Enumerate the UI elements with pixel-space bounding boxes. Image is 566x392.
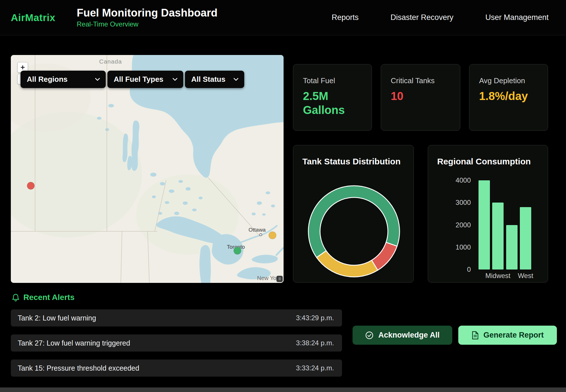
alert-timestamp: 3:33:24 p.m.	[296, 364, 334, 372]
alert-row[interactable]: Tank 27: Low fuel warning triggered 3:38…	[11, 334, 342, 352]
map-resize-handle[interactable]: ⠿	[276, 276, 283, 282]
acknowledge-all-label: Acknowledge All	[378, 331, 439, 340]
total-fuel-label: Total Fuel	[303, 76, 362, 85]
chevron-down-icon	[233, 78, 239, 81]
chevron-down-icon	[95, 78, 100, 81]
consumption-bar[interactable]	[520, 207, 531, 270]
alert-message: Tank 2: Low fuel warning	[18, 314, 96, 322]
avg-depletion-value: 1.8%/day	[479, 89, 538, 103]
map-label-canada: Canada	[99, 58, 122, 65]
consumption-bar[interactable]	[492, 203, 504, 270]
map-filters: All Regions All Fuel Types All Status	[21, 71, 244, 88]
alert-message: Tank 15: Pressure threshold exceeded	[18, 364, 139, 372]
status-filter-value: All Status	[191, 75, 225, 84]
ottawa-city-dot	[260, 234, 262, 236]
chevron-down-icon	[172, 78, 178, 81]
critical-tanks-label: Critical Tanks	[391, 76, 450, 85]
regional-consumption-plot[interactable]: 01000200030004000MidwestWest	[428, 145, 548, 282]
title-block: Fuel Monitoring Dashboard Real-Time Over…	[77, 7, 217, 28]
page-subtitle: Real-Time Overview	[77, 20, 217, 28]
tank-marker-warning[interactable]	[269, 232, 276, 239]
generate-report-button[interactable]: Generate Report	[458, 326, 557, 345]
airmatrix-logo[interactable]: AirMatrix	[11, 12, 55, 23]
fuel-type-filter-value: All Fuel Types	[114, 75, 163, 84]
recent-alerts-heading: Recent Alerts	[12, 293, 74, 302]
page-title: Fuel Monitoring Dashboard	[77, 7, 217, 19]
consumption-bar[interactable]	[506, 225, 518, 270]
map-canvas[interactable]: Canada Ottawa Toronto New York	[11, 55, 284, 283]
regional-consumption-card: Regional Consumption 01000200030004000Mi…	[428, 145, 548, 283]
critical-tanks-card: Critical Tanks 10	[381, 64, 460, 131]
nav-disaster-recovery[interactable]: Disaster Recovery	[390, 13, 453, 22]
avg-depletion-label: Avg Depletion	[479, 76, 538, 85]
status-filter-select[interactable]: All Status	[185, 71, 244, 88]
tank-status-distribution-card: Tank Status Distribution	[293, 145, 414, 283]
y-axis-tick-label: 4000	[434, 176, 471, 184]
header: AirMatrix Fuel Monitoring Dashboard Real…	[0, 0, 566, 35]
region-filter-select[interactable]: All Regions	[21, 71, 106, 88]
x-axis-tick-label: West	[506, 272, 545, 280]
fuel-type-filter-select[interactable]: All Fuel Types	[107, 71, 183, 88]
tank-marker-critical[interactable]	[27, 182, 34, 189]
alert-timestamp: 3:38:24 p.m.	[296, 339, 334, 347]
y-axis-tick-label: 1000	[434, 243, 471, 251]
nav-reports[interactable]: Reports	[332, 13, 359, 22]
bell-icon	[12, 293, 19, 301]
acknowledge-all-button[interactable]: Acknowledge All	[353, 326, 452, 345]
y-axis-tick-label: 0	[434, 266, 471, 273]
total-fuel-card: Total Fuel 2.5M Gallons	[293, 64, 372, 131]
document-icon	[471, 331, 479, 340]
alert-timestamp: 3:43:29 p.m.	[296, 314, 334, 322]
check-circle-icon	[365, 331, 374, 340]
critical-tanks-value: 10	[391, 89, 450, 103]
y-axis-tick-label: 2000	[434, 221, 471, 229]
tank-marker-normal[interactable]	[234, 247, 241, 254]
donut-chart-title: Tank Status Distribution	[302, 157, 400, 166]
total-fuel-value: 2.5M Gallons	[303, 89, 362, 117]
alert-row[interactable]: Tank 15: Pressure threshold exceeded 3:3…	[11, 360, 342, 377]
scrollbar-strip[interactable]	[0, 387, 566, 392]
y-axis-tick-label: 3000	[434, 199, 471, 207]
generate-report-label: Generate Report	[483, 331, 544, 340]
nav-user-management[interactable]: User Management	[485, 13, 549, 22]
fuel-monitoring-dashboard: AirMatrix Fuel Monitoring Dashboard Real…	[0, 0, 566, 392]
consumption-bar[interactable]	[479, 180, 490, 270]
tank-map[interactable]: Canada Ottawa Toronto New York + − All R…	[11, 55, 284, 283]
avg-depletion-card: Avg Depletion 1.8%/day	[469, 64, 548, 131]
alert-message: Tank 27: Low fuel warning triggered	[18, 339, 130, 347]
recent-alerts-title: Recent Alerts	[23, 293, 74, 302]
map-label-ottawa: Ottawa	[249, 227, 266, 233]
main-nav: Reports Disaster Recovery User Managemen…	[332, 13, 549, 22]
region-filter-value: All Regions	[27, 75, 68, 84]
alert-row[interactable]: Tank 2: Low fuel warning 3:43:29 p.m.	[11, 309, 342, 326]
tank-status-donut[interactable]	[306, 183, 402, 280]
